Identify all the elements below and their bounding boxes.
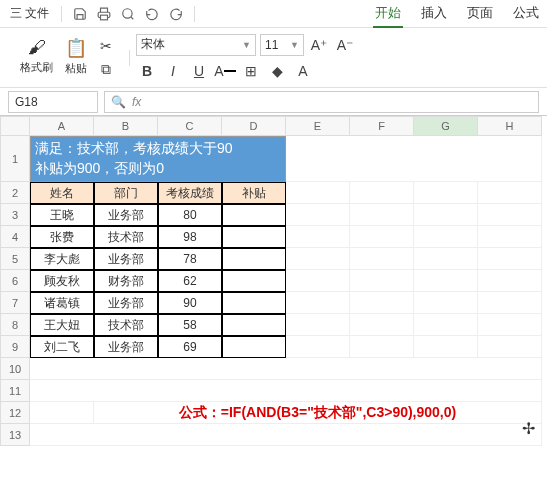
row-head[interactable]: 3 xyxy=(0,204,30,226)
cut-icon[interactable]: ✂ xyxy=(95,35,117,57)
cell[interactable]: 王晓 xyxy=(30,204,94,226)
bold-button[interactable]: B xyxy=(136,60,158,82)
cell[interactable] xyxy=(478,182,542,204)
cell[interactable] xyxy=(30,424,542,446)
cell[interactable]: 90 xyxy=(158,292,222,314)
row-head[interactable]: 8 xyxy=(0,314,30,336)
cell[interactable]: 顾友秋 xyxy=(30,270,94,292)
cell[interactable] xyxy=(30,380,542,402)
row-head[interactable]: 13 xyxy=(0,424,30,446)
cell[interactable] xyxy=(414,226,478,248)
cell[interactable]: 62 xyxy=(158,270,222,292)
cell[interactable] xyxy=(478,248,542,270)
header-cell[interactable]: 考核成绩 xyxy=(158,182,222,204)
print-icon[interactable] xyxy=(94,4,114,24)
row-head[interactable]: 5 xyxy=(0,248,30,270)
cell[interactable] xyxy=(286,226,350,248)
borders-icon[interactable]: ⊞ xyxy=(240,60,262,82)
italic-button[interactable]: I xyxy=(162,60,184,82)
cell[interactable] xyxy=(286,292,350,314)
cell[interactable]: 58 xyxy=(158,314,222,336)
redo-icon[interactable] xyxy=(166,4,186,24)
cell[interactable] xyxy=(478,204,542,226)
cell[interactable] xyxy=(414,204,478,226)
cell[interactable] xyxy=(478,314,542,336)
cell[interactable] xyxy=(350,270,414,292)
cell[interactable] xyxy=(414,336,478,358)
col-head[interactable]: H xyxy=(478,116,542,136)
cell[interactable]: 业务部 xyxy=(94,292,158,314)
font-size-select[interactable]: 11▼ xyxy=(260,34,304,56)
text-color-icon[interactable]: A xyxy=(292,60,314,82)
cell[interactable] xyxy=(350,248,414,270)
tab-page[interactable]: 页面 xyxy=(465,0,495,28)
col-head[interactable]: C xyxy=(158,116,222,136)
font-color-icon[interactable]: A xyxy=(214,60,236,82)
row-head[interactable]: 9 xyxy=(0,336,30,358)
font-family-select[interactable]: 宋体▼ xyxy=(136,34,256,56)
formula-input[interactable]: 🔍 fx xyxy=(104,91,539,113)
cell[interactable] xyxy=(478,226,542,248)
file-menu[interactable]: 三 文件 xyxy=(6,3,53,24)
row-head[interactable]: 11 xyxy=(0,380,30,402)
cell[interactable] xyxy=(286,270,350,292)
underline-button[interactable]: U xyxy=(188,60,210,82)
cell[interactable] xyxy=(30,402,94,424)
cell[interactable] xyxy=(350,182,414,204)
preview-icon[interactable] xyxy=(118,4,138,24)
cell[interactable]: 98 xyxy=(158,226,222,248)
cell[interactable] xyxy=(222,226,286,248)
cell[interactable] xyxy=(414,182,478,204)
cell[interactable] xyxy=(414,248,478,270)
cell[interactable]: 技术部 xyxy=(94,226,158,248)
header-cell[interactable]: 补贴 xyxy=(222,182,286,204)
copy-icon[interactable]: ⧉ xyxy=(95,59,117,81)
cell[interactable]: 张费 xyxy=(30,226,94,248)
col-head[interactable]: G xyxy=(414,116,478,136)
row-head[interactable]: 1 xyxy=(0,136,30,182)
cell[interactable] xyxy=(350,292,414,314)
cell[interactable] xyxy=(286,314,350,336)
row-head[interactable]: 2 xyxy=(0,182,30,204)
row-head[interactable]: 12 xyxy=(0,402,30,424)
cell[interactable]: 80 xyxy=(158,204,222,226)
cell[interactable] xyxy=(350,314,414,336)
cell[interactable] xyxy=(414,314,478,336)
cell[interactable] xyxy=(350,226,414,248)
fill-color-icon[interactable]: ◆ xyxy=(266,60,288,82)
cell[interactable] xyxy=(286,204,350,226)
cell[interactable] xyxy=(222,292,286,314)
tab-insert[interactable]: 插入 xyxy=(419,0,449,28)
save-icon[interactable] xyxy=(70,4,90,24)
undo-icon[interactable] xyxy=(142,4,162,24)
formula-text-cell[interactable]: 公式：=IF(AND(B3="技术部",C3>90),900,0) xyxy=(94,402,542,424)
decrease-font-icon[interactable]: A⁻ xyxy=(334,34,356,56)
cell[interactable]: 李大彪 xyxy=(30,248,94,270)
cell[interactable]: 业务部 xyxy=(94,248,158,270)
cell[interactable] xyxy=(478,270,542,292)
cell[interactable] xyxy=(478,292,542,314)
cell[interactable]: 诸葛镇 xyxy=(30,292,94,314)
cell[interactable] xyxy=(286,248,350,270)
col-head[interactable]: B xyxy=(94,116,158,136)
cell[interactable]: 业务部 xyxy=(94,204,158,226)
cell[interactable] xyxy=(478,336,542,358)
cell[interactable] xyxy=(286,136,542,182)
col-head[interactable]: E xyxy=(286,116,350,136)
row-head[interactable]: 4 xyxy=(0,226,30,248)
row-head[interactable]: 7 xyxy=(0,292,30,314)
cell[interactable] xyxy=(286,182,350,204)
col-head[interactable]: F xyxy=(350,116,414,136)
format-painter-button[interactable]: 🖌 格式刷 xyxy=(16,35,57,81)
cell[interactable] xyxy=(414,270,478,292)
select-all-corner[interactable] xyxy=(0,116,30,136)
cell[interactable] xyxy=(286,336,350,358)
cell[interactable] xyxy=(414,292,478,314)
header-cell[interactable]: 部门 xyxy=(94,182,158,204)
cell[interactable]: 78 xyxy=(158,248,222,270)
row-head[interactable]: 6 xyxy=(0,270,30,292)
paste-button[interactable]: 📋 粘贴 xyxy=(61,35,91,81)
col-head[interactable]: A xyxy=(30,116,94,136)
cell[interactable]: 业务部 xyxy=(94,336,158,358)
cell[interactable]: 刘二飞 xyxy=(30,336,94,358)
